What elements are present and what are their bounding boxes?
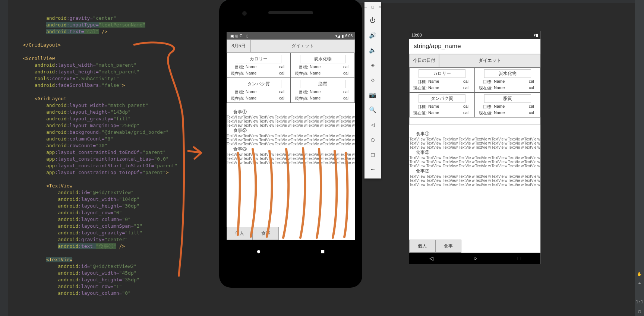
code-editor[interactable]: android:gravity="center" android:inputTy… [0, 0, 235, 316]
meal-row: TextVi ewTextViewTextViewTextVie wTextVi… [227, 142, 355, 146]
nutrition-title: タンパク質 [419, 94, 465, 103]
phone-camera [242, 11, 247, 16]
nutrition-box: 炭水化物 目標:Namecal 現在値:Namecal [475, 67, 540, 92]
meal-title: 食事③ [409, 168, 540, 174]
meal-row: TextVi ewTextViewTextViewTextVie wTextVi… [409, 141, 540, 145]
camera-icon[interactable]: 📷 [367, 89, 378, 101]
preview-status-bar: 10:00▾▮ [409, 31, 540, 39]
nutrition-title: カロリー [236, 55, 281, 63]
meal-row: TextVi ewTextViewTextViewTextVie wTextVi… [409, 156, 540, 160]
close-button[interactable]: × [378, 4, 381, 9]
meal-row: TextVi ewTextViewTextViewTextVie wTextVi… [409, 137, 540, 141]
home-icon[interactable]: ○ [367, 134, 378, 145]
pan-tool-icon[interactable]: ✋ [637, 269, 642, 279]
nutrition-box: タンパク質 目標:Namecal 現在値:Namecal [227, 78, 291, 103]
meal-title: 食事① [227, 109, 355, 115]
preview-navbar: ◁○□ [409, 253, 540, 264]
nutrition-box: カロリー 目標:Namecal 現在値:Namecal [409, 67, 475, 92]
nutrition-box: 炭水化物 目標:Namecal 現在値:Namecal [291, 53, 355, 78]
preview-title-tab[interactable]: ダイエット [439, 54, 540, 67]
volume-up-icon[interactable]: 🔊 [367, 30, 378, 41]
nutrition-box: 脂質 目標:Namecal 現在値:Namecal [475, 92, 540, 117]
meal-row: TextVi ewTextViewTextViewTextVie wTextVi… [227, 134, 355, 138]
nutrition-title: 炭水化物 [300, 55, 345, 63]
right-tool-rail: ✋ + – 1:1 ▢ [635, 0, 644, 316]
more-icon[interactable]: ⋯ [367, 164, 378, 175]
meal-row: TextVi ewTextViewTextViewTextVie wTextVi… [409, 174, 540, 178]
bottom-tab-meal[interactable]: 食事 [253, 227, 279, 240]
back-icon[interactable]: ◁ [367, 119, 378, 130]
fit-button[interactable]: ▢ [638, 307, 641, 316]
nutrition-title: タンパク質 [236, 80, 281, 88]
appbar-title: string/app_name [409, 39, 540, 54]
emulator-controls: – □ × ⏻ 🔊 🔈 ◈ ◇ 📷 🔍 ◁ ○ □ ⋯ [364, 2, 381, 178]
soft-keys: ●■ [227, 246, 355, 256]
nutrition-box: カロリー 目標:Namecal 現在値:Namecal [227, 53, 291, 78]
phone-speaker [268, 11, 313, 14]
preview-date-tab[interactable]: 今日の日付 [409, 54, 439, 67]
meal-row: TextVi ewTextViewTextViewTextVie wTextVi… [227, 138, 355, 142]
meal-row: TextVi ewTextViewTextViewTextVie wTextVi… [227, 119, 355, 123]
nutrition-title: 炭水化物 [484, 69, 531, 78]
bottom-tab-personal[interactable]: 個人 [227, 227, 253, 240]
meal-row: TextVi ewTextViewTextViewTextVie wTextVi… [409, 178, 540, 183]
volume-down-icon[interactable]: 🔈 [367, 45, 378, 56]
title-tab[interactable]: ダイエット [250, 40, 355, 53]
nutrition-title: 脂質 [484, 94, 531, 103]
max-button[interactable]: □ [372, 4, 374, 9]
emulator-screen[interactable]: ▣⊞G▯ ▾◢▮6:08 8月5日 ダイエット カロリー 目標:Namecal … [227, 32, 355, 240]
zoom-icon[interactable]: 🔍 [367, 104, 378, 116]
nutrition-box: タンパク質 目標:Namecal 現在値:Namecal [409, 92, 475, 117]
overview-icon[interactable]: □ [367, 149, 378, 160]
meal-row: TextVi ewTextViewTextViewTextVie wTextVi… [227, 123, 355, 127]
meal-row: TextVi ewTextViewTextViewTextVie wTextVi… [227, 115, 355, 119]
meal-row: TextVi ewTextViewTextViewTextVie wTextVi… [409, 145, 540, 149]
meal-title: 食事③ [227, 146, 355, 152]
nutrition-box: 脂質 目標:Namecal 現在値:Namecal [291, 78, 355, 103]
power-icon[interactable]: ⏻ [367, 15, 378, 26]
rotate-left-icon[interactable]: ◈ [367, 60, 378, 71]
rotate-right-icon[interactable]: ◇ [367, 75, 378, 86]
nutrition-title: カロリー [419, 69, 465, 78]
nutrition-title: 脂質 [300, 80, 345, 88]
meal-row: TextVi ewTextViewTextViewTextVie wTextVi… [227, 152, 355, 157]
zoom-in-button[interactable]: + [638, 279, 641, 288]
meal-title: 食事② [409, 149, 540, 156]
meal-title: 食事① [409, 131, 540, 137]
meal-row: TextVi ewTextViewTextViewTextVie wTextVi… [409, 183, 540, 187]
meal-row: TextVi ewTextViewTextViewTextVie wTextVi… [409, 164, 540, 168]
gutter [0, 0, 8, 316]
date-tab[interactable]: 8月5日 [227, 40, 250, 53]
status-bar: ▣⊞G▯ ▾◢▮6:08 [227, 32, 355, 40]
meal-row: TextVi ewTextViewTextViewTextVie wTextVi… [227, 161, 355, 165]
min-button[interactable]: – [364, 4, 367, 9]
preview-bottom-personal[interactable]: 個人 [409, 240, 435, 253]
preview-bottom-meal[interactable]: 食事 [435, 240, 461, 253]
meal-row: TextVi ewTextViewTextViewTextVie wTextVi… [409, 160, 540, 164]
layout-preview[interactable]: 10:00▾▮ string/app_name 今日の日付 ダイエット カロリー… [409, 31, 540, 264]
meal-title: 食事② [227, 127, 355, 134]
zoom-level[interactable]: 1:1 [636, 297, 643, 307]
meal-row: TextVi ewTextViewTextViewTextVie wTextVi… [227, 157, 355, 161]
emulator-window[interactable]: ▣⊞G▯ ▾◢▮6:08 8月5日 ダイエット カロリー 目標:Namecal … [220, 0, 362, 287]
zoom-out-button[interactable]: – [638, 288, 641, 297]
